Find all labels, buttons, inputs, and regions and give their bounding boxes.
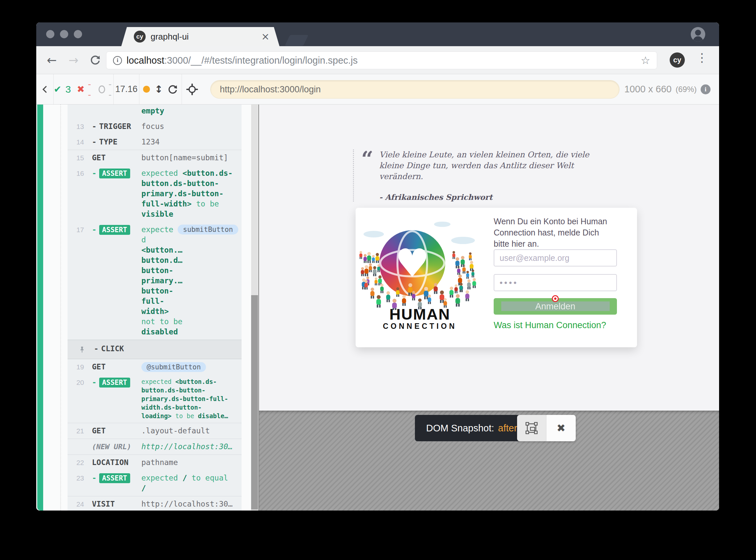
runner-controls: ↕ <box>140 74 182 104</box>
passed-icon: ✔ <box>54 84 61 95</box>
command-method: LOCATION <box>92 457 141 467</box>
runner-header: ✔ 3 ✖ -- -- 17.16 ↕ <box>36 74 719 104</box>
window-close-button[interactable] <box>46 30 55 38</box>
logo-wordmark-line2: CONNECTION <box>359 322 481 331</box>
command-number: 19 <box>67 362 84 371</box>
browser-menu-icon[interactable]: ⋮ <box>696 51 708 64</box>
window-zoom-button[interactable] <box>74 30 82 38</box>
runner-content: to beempty13-TRIGGERfocus14-TYPE123415GE… <box>36 104 719 511</box>
new-tab-button[interactable] <box>285 35 309 46</box>
command-row[interactable]: 17-ASSERTsubmitButtonexpected <button.…b… <box>67 222 241 340</box>
viewport-size: 1000 x 660 <box>624 84 672 95</box>
command-row[interactable]: 21GET.layout-default <box>67 423 241 439</box>
tab-close-icon[interactable]: × <box>261 32 270 42</box>
command-message: http://localhost:30… <box>141 499 239 509</box>
cloud-shape <box>434 222 450 227</box>
indent-guide <box>60 104 61 511</box>
viewport-info-icon[interactable]: i <box>701 84 711 94</box>
command-row[interactable]: to beempty <box>67 104 241 119</box>
profile-avatar-icon[interactable] <box>691 27 705 42</box>
click-event-dot <box>553 296 558 301</box>
snapshot-controls: ✖ <box>517 415 576 441</box>
reload-icon[interactable] <box>90 55 101 66</box>
command-method: VISIT <box>92 499 141 509</box>
command-method: -ASSERT <box>92 473 141 483</box>
alias-pill[interactable]: @submitButton <box>141 362 206 372</box>
command-number: 15 <box>67 153 84 162</box>
help-link[interactable]: Was ist Human Connection? <box>494 320 606 331</box>
quote-author: - Afrikanisches Sprichwort <box>379 193 590 201</box>
password-field[interactable] <box>494 274 617 291</box>
bookmark-star-icon[interactable]: ☆ <box>640 54 650 67</box>
crowd-illustration <box>359 237 481 310</box>
pinned-command-row[interactable]: -CLICK <box>67 340 241 359</box>
window-controls <box>46 30 82 38</box>
url-bar[interactable]: i localhost:3000/__/#/tests/integration/… <box>106 52 657 69</box>
crosshair-icon <box>186 83 198 95</box>
command-method: -ASSERT <box>92 225 141 235</box>
aut-url-field[interactable]: http://localhost:3000/login <box>210 80 620 99</box>
scrollbar-thumb[interactable] <box>251 295 258 509</box>
back-button[interactable]: ← <box>47 54 57 67</box>
command-row[interactable]: 23-ASSERTexpected / to equal/ <box>67 470 241 496</box>
auto-scroll-indicator[interactable] <box>143 86 150 93</box>
reporter-scrollbar[interactable] <box>251 104 258 511</box>
command-number: 21 <box>67 426 84 435</box>
command-method: GET <box>92 362 141 372</box>
command-row[interactable]: (NEW URL)http://localhost:30… <box>67 439 241 455</box>
login-form: Wenn Du ein Konto bei Human Connection h… <box>494 208 617 347</box>
command-number <box>67 442 84 443</box>
assert-badge: ASSERT <box>99 168 130 178</box>
cypress-extension-icon[interactable]: cy <box>670 53 685 67</box>
failed-count: -- <box>88 79 93 100</box>
test-passed-bar <box>37 104 43 511</box>
command-message: expected <button.ds-button.ds-button-pri… <box>141 168 239 219</box>
command-message: http://localhost:30… <box>141 442 239 452</box>
restart-tests-icon[interactable] <box>167 84 178 95</box>
alias-pill[interactable]: submitButton <box>177 225 238 235</box>
quote-mark-icon: “ <box>361 149 373 201</box>
command-row[interactable]: 16-ASSERTexpected <button.ds-button.ds-b… <box>67 165 241 222</box>
command-row[interactable]: 13-TRIGGERfocus <box>67 119 241 134</box>
forward-button[interactable]: → <box>68 54 79 67</box>
command-row[interactable]: 20-ASSERTexpected <button.ds-button.ds-b… <box>67 375 241 423</box>
command-row[interactable]: 15GETbutton[name=submit] <box>67 150 241 165</box>
selector-playground-button[interactable] <box>182 74 202 104</box>
test-stats: ✔ 3 ✖ -- -- <box>54 74 114 104</box>
command-method: GET <box>92 426 141 436</box>
pin-icon <box>69 344 86 355</box>
viewport-zoom: (69%) <box>676 85 697 94</box>
email-field[interactable] <box>494 249 617 266</box>
snapshot-label: DOM Snapshot: <box>426 423 494 434</box>
command-method: GET <box>92 153 141 163</box>
failed-icon: ✖ <box>77 84 84 95</box>
viewport-info: 1000 x 660 (69%) i <box>624 84 719 95</box>
browser-tab[interactable]: cy graphql-ui × <box>121 27 279 46</box>
command-message: @submitButton <box>141 362 239 372</box>
quote-block: “ Viele kleine Leute, an vielen kleinen … <box>353 149 630 201</box>
highlight-box-icon <box>525 421 538 435</box>
close-snapshot-button[interactable]: ✖ <box>546 415 576 441</box>
command-list: to beempty13-TRIGGERfocus14-TYPE123415GE… <box>67 104 241 511</box>
command-message: focus <box>141 121 239 132</box>
command-row[interactable]: 22LOCATIONpathname <box>67 455 241 470</box>
page-info-icon[interactable]: i <box>113 56 122 65</box>
command-row[interactable]: 19GET@submitButton <box>67 359 241 375</box>
window-minimize-button[interactable] <box>60 30 68 38</box>
command-message: 1234 <box>141 137 239 147</box>
toggle-highlights-button[interactable] <box>517 415 546 441</box>
command-row[interactable]: 24VISIThttp://localhost:30… <box>67 496 241 511</box>
command-row[interactable]: 14-TYPE1234 <box>67 134 241 150</box>
command-message: submitButtonexpected <button.…button.d…b… <box>141 225 239 337</box>
assert-badge: ASSERT <box>99 378 130 387</box>
scroll-toggle-icon[interactable]: ↕ <box>154 83 163 95</box>
command-method: -ASSERT <box>92 377 141 387</box>
assert-badge: ASSERT <box>99 225 130 235</box>
url-text: localhost:3000/__/#/tests/integration/lo… <box>127 55 358 66</box>
command-number: 13 <box>67 121 84 131</box>
command-message: expected <button.ds-button.ds-button-pri… <box>141 377 239 420</box>
runner-back-button[interactable] <box>36 74 54 104</box>
chevron-left-icon <box>41 85 49 94</box>
reporter-panel: to beempty13-TRIGGERfocus14-TYPE123415GE… <box>36 104 258 511</box>
login-card: ♥ HUMAN CONNECTION Wenn Du ein Konto bei… <box>356 208 637 347</box>
